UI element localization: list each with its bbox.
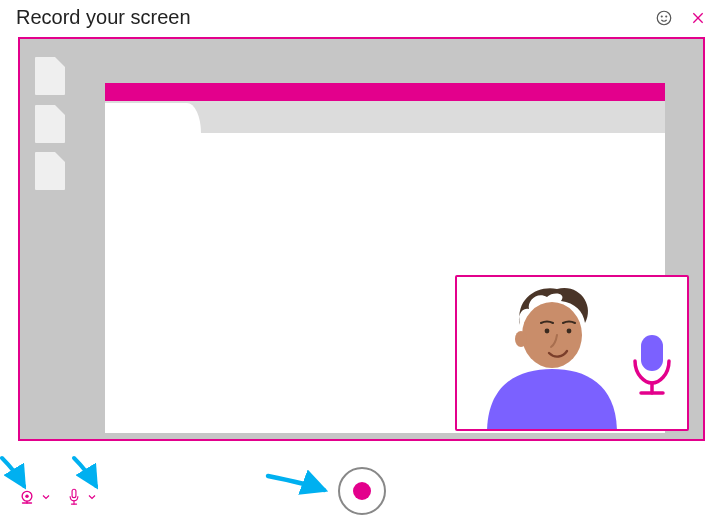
screen-preview [18, 37, 705, 441]
file-icon [35, 152, 65, 190]
window-tabbar [105, 101, 665, 133]
camera-preview [455, 275, 689, 431]
toolbar [0, 455, 723, 525]
header: Record your screen [0, 0, 723, 35]
window-tab [105, 103, 201, 133]
svg-point-7 [567, 329, 572, 334]
svg-point-6 [545, 329, 550, 334]
mic-chevron-down-icon[interactable] [86, 487, 98, 507]
smiley-icon[interactable] [653, 7, 675, 29]
file-icon [35, 105, 65, 143]
page-title: Record your screen [16, 6, 191, 29]
window-titlebar [105, 83, 665, 101]
desktop-illustration [20, 39, 703, 439]
close-icon[interactable] [687, 7, 709, 29]
svg-point-12 [25, 495, 28, 498]
camera-icon[interactable] [18, 487, 36, 507]
svg-point-5 [515, 331, 527, 347]
device-controls [18, 487, 98, 507]
svg-rect-13 [72, 489, 76, 497]
file-icon [35, 57, 65, 95]
svg-rect-8 [641, 335, 663, 371]
svg-point-1 [661, 16, 662, 17]
microphone-icon[interactable] [66, 487, 82, 507]
svg-point-2 [666, 16, 667, 17]
record-button[interactable] [338, 467, 386, 515]
record-icon [353, 482, 371, 500]
camera-chevron-down-icon[interactable] [40, 487, 52, 507]
header-actions [653, 7, 709, 29]
svg-point-0 [657, 11, 671, 25]
